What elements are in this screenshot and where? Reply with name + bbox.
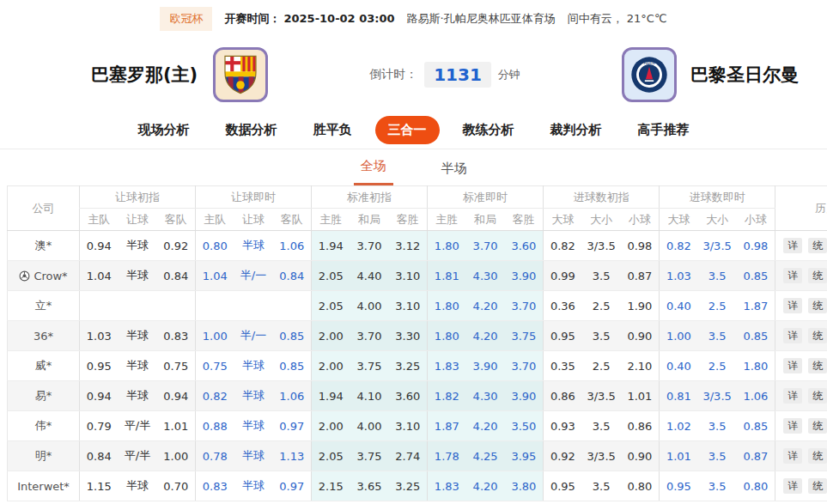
period-subtabs: 全场半场 [0, 149, 827, 185]
odds-cell [273, 291, 312, 321]
company-label: 明* [35, 449, 52, 462]
detail-button[interactable]: 详 [783, 328, 802, 343]
odds-cell: 3.12 [389, 231, 428, 261]
odds-cell: 1.13 [273, 441, 312, 471]
odds-cell: 3.65 [350, 471, 389, 501]
sub-header: 主队 [196, 209, 234, 231]
odds-cell: 0.85 [737, 411, 775, 441]
stats-button[interactable]: 统 [808, 418, 827, 434]
odds-cell: 1.80 [737, 351, 775, 381]
company-label: 立* [35, 299, 52, 312]
odds-cell: 0.95 [660, 471, 698, 501]
odds-cell: 1.87 [428, 411, 466, 441]
odds-cell [80, 291, 119, 321]
odds-cell: 0.70 [157, 471, 196, 501]
detail-button[interactable]: 详 [783, 298, 802, 313]
league-badge[interactable]: 欧冠杯 [160, 7, 212, 31]
odds-cell: 0.36 [544, 291, 582, 321]
odds-cell: 2.5 [698, 351, 737, 381]
odds-cell: 0.90 [621, 321, 660, 351]
nav-tab-4[interactable]: 三合一 [375, 116, 440, 144]
odds-cell: 3.70 [466, 231, 505, 261]
detail-button[interactable]: 详 [783, 238, 802, 253]
nav-tab-5[interactable]: 教练分析 [450, 116, 527, 144]
odds-cell: 半球 [119, 231, 157, 261]
detail-button[interactable]: 详 [783, 388, 802, 404]
nav-tab-7[interactable]: 高手推荐 [625, 116, 702, 144]
odds-cell: 半/一 [234, 321, 273, 351]
odds-cell: 1.90 [621, 291, 660, 321]
odds-cell: 0.85 [273, 351, 312, 381]
stats-button[interactable]: 统 [808, 298, 827, 313]
table-row: 威*0.95半球0.750.75半球0.852.003.753.251.833.… [8, 351, 827, 381]
subtab-1[interactable]: 全场 [354, 158, 393, 185]
odds-cell: 半/一 [234, 261, 273, 291]
odds-cell: 0.94 [80, 381, 119, 411]
nav-tab-2[interactable]: 数据分析 [213, 116, 290, 144]
sub-header: 主胜 [428, 209, 466, 231]
sub-header: 客队 [157, 209, 196, 231]
stats-button[interactable]: 统 [808, 268, 827, 283]
odds-cell: 1.80 [428, 291, 466, 321]
odds-cell: 2.00 [312, 351, 350, 381]
odds-cell: 1.81 [428, 261, 466, 291]
odds-cell: 0.75 [157, 351, 196, 381]
stats-button[interactable]: 统 [808, 478, 827, 494]
odds-cell: 2.15 [312, 471, 350, 501]
odds-cell: 3.75 [350, 441, 389, 471]
company-name: 明* [8, 441, 80, 471]
odds-cell: 半球 [234, 411, 273, 441]
odds-cell: 0.82 [660, 231, 698, 261]
subtab-2[interactable]: 半场 [435, 161, 474, 185]
table-row: 澳*0.94半球0.920.80半球1.061.943.703.121.803.… [8, 231, 827, 261]
odds-cell [234, 291, 273, 321]
odds-cell: 0.79 [80, 411, 119, 441]
nav-tab-3[interactable]: 胜平负 [301, 116, 365, 144]
sub-header: 小球 [621, 209, 660, 231]
history-cell: 详统 [775, 261, 827, 291]
odds-cell: 1.06 [737, 381, 775, 411]
odds-cell: 4.10 [350, 381, 389, 411]
nav-tab-6[interactable]: 裁判分析 [538, 116, 615, 144]
svg-text:PARIS: PARIS [643, 61, 654, 65]
odds-cell: 3.5 [698, 471, 737, 501]
odds-cell: 3.25 [389, 351, 428, 381]
odds-cell: 0.86 [544, 381, 582, 411]
odds-cell: 1.15 [80, 471, 119, 501]
company-name: 易* [8, 381, 80, 411]
odds-cell: 3.75 [505, 321, 544, 351]
odds-cell: 0.84 [157, 261, 196, 291]
detail-button[interactable]: 详 [783, 478, 802, 494]
odds-cell: 1.94 [312, 231, 350, 261]
odds-cell: 1.78 [428, 441, 466, 471]
detail-button[interactable]: 详 [783, 268, 802, 283]
odds-cell: 半球 [119, 321, 157, 351]
detail-button[interactable]: 详 [783, 358, 802, 373]
detail-button[interactable]: 详 [783, 448, 802, 464]
odds-cell: 0.40 [660, 291, 698, 321]
odds-cell: 3.90 [505, 261, 544, 291]
stats-button[interactable]: 统 [808, 448, 827, 464]
odds-cell: 0.97 [273, 411, 312, 441]
stats-button[interactable]: 统 [808, 238, 827, 253]
stats-button[interactable]: 统 [808, 358, 827, 373]
stats-button[interactable]: 统 [808, 388, 827, 404]
table-row: 36*1.03半球0.831.00半/一0.852.003.703.301.80… [8, 321, 827, 351]
odds-cell: 0.84 [273, 261, 312, 291]
nav-tab-1[interactable]: 现场分析 [125, 116, 203, 144]
sub-header: 小球 [737, 209, 775, 231]
odds-cell: 平/半 [119, 441, 157, 471]
odds-cell: 0.86 [621, 411, 660, 441]
odds-cell: 3.5 [582, 411, 621, 441]
odds-cell: 1.87 [737, 291, 775, 321]
match-info-bar: 欧冠杯 开赛时间：2025-10-02 03:00 路易斯·孔帕尼奥林匹亚体育场… [0, 0, 827, 38]
kickoff-value: 2025-10-02 03:00 [283, 12, 394, 25]
odds-cell: 4.00 [350, 291, 389, 321]
odds-cell: 1.03 [660, 261, 698, 291]
stats-button[interactable]: 统 [808, 328, 827, 343]
odds-cell: 3.90 [505, 381, 544, 411]
odds-cell: 3.95 [505, 441, 544, 471]
detail-button[interactable]: 详 [783, 418, 802, 434]
sub-header: 和局 [350, 209, 389, 231]
odds-cell: 0.92 [544, 441, 582, 471]
